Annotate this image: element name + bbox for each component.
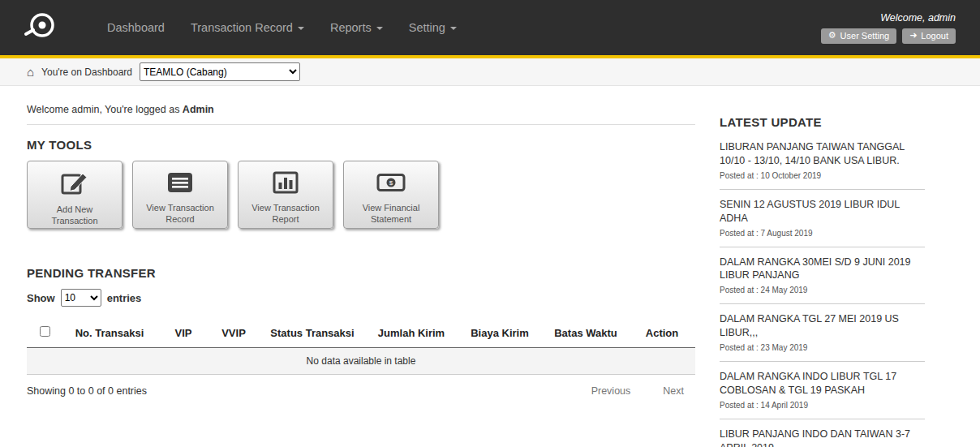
col-vvip: VVIP [208, 320, 259, 348]
user-setting-button[interactable]: ⚙ User Setting [821, 28, 896, 44]
svg-text:$: $ [389, 179, 393, 187]
user-setting-label: User Setting [840, 31, 890, 41]
news-item: LIBUR PANJANG INDO DAN TAIWAN 3-7 APRIL … [720, 419, 925, 447]
nav-dashboard[interactable]: Dashboard [94, 13, 178, 42]
view-transaction-record-button[interactable]: View Transaction Record [132, 161, 228, 229]
col-jumlah-kirim: Jumlah Kirim [366, 320, 457, 348]
logout-button[interactable]: ➜ Logout [902, 28, 956, 44]
pending-transfer-title: PENDING TRANSFER [27, 266, 695, 280]
table-footer: Showing 0 to 0 of 0 entries Previous Nex… [27, 385, 695, 397]
home-icon[interactable]: ⌂ [27, 66, 34, 78]
news-posted: Posted at : 24 May 2019 [720, 286, 925, 294]
nav-dashboard-label: Dashboard [107, 21, 165, 34]
gear-icon: ⚙ [828, 31, 836, 40]
nav-setting[interactable]: Setting [396, 13, 470, 42]
nav-setting-label: Setting [409, 21, 445, 34]
chevron-down-icon [450, 27, 457, 30]
nav-reports[interactable]: Reports [317, 13, 396, 42]
banknote-icon: $ [376, 171, 406, 197]
chevron-down-icon [376, 27, 383, 30]
bar-chart-icon [273, 171, 299, 197]
brand-logo[interactable] [23, 10, 62, 45]
welcome-admin-text: Welcome, admin [880, 12, 956, 24]
news-posted: Posted at : 10 October 2019 [720, 171, 925, 180]
tool-label: View Transaction Report [239, 203, 333, 226]
news-title: DALAM RANGKA TGL 27 MEI 2019 US LIBUR,,, [720, 312, 925, 340]
news-title: DALAM RANGKA 30MEI S/D 9 JUNI 2019 LIBUR… [720, 256, 925, 283]
table-body: No data available in table [27, 348, 695, 375]
news-title: LIBURAN PANJANG TAIWAN TANGGAL 10/10 - 1… [720, 140, 925, 168]
latest-update-title: LATEST UPDATE [720, 115, 925, 129]
list-icon [167, 171, 193, 197]
tool-label: View Transaction Record [133, 203, 227, 226]
my-tools: Add New Transaction View Transaction Rec… [27, 161, 695, 229]
logout-icon: ➜ [909, 31, 917, 40]
my-tools-title: MY TOOLS [27, 138, 695, 152]
nav-transaction-record[interactable]: Transaction Record [178, 13, 317, 42]
th-checkbox [27, 320, 61, 348]
news-item: LIBURAN PANJANG TAIWAN TANGGAL 10/10 - 1… [720, 132, 925, 190]
navbar-right: Welcome, admin ⚙ User Setting ➜ Logout [821, 12, 956, 44]
nav-transaction-record-label: Transaction Record [191, 21, 293, 34]
select-all-checkbox[interactable] [40, 326, 50, 337]
col-status-transaksi: Status Transaksi [259, 320, 366, 348]
news-posted: Posted at : 7 August 2019 [720, 229, 925, 238]
news-item: DALAM RANGKA 30MEI S/D 9 JUNI 2019 LIBUR… [720, 247, 925, 305]
table-header-row: No. Transaksi VIP VVIP Status Transaksi … [27, 320, 695, 348]
view-financial-statement-button[interactable]: $ View Financial Statement [343, 161, 439, 229]
add-new-transaction-button[interactable]: Add New Transaction [27, 161, 122, 229]
news-posted: Posted at : 23 May 2019 [720, 343, 925, 352]
divider [27, 124, 695, 125]
nav-reports-label: Reports [330, 21, 372, 34]
table-length-control: Show 10 entries [27, 289, 695, 307]
table-head: No. Transaksi VIP VVIP Status Transaksi … [27, 320, 695, 348]
news-posted: Posted at : 14 April 2019 [720, 401, 925, 410]
previous-page-button[interactable]: Previous [591, 385, 631, 397]
navbar-left: Dashboard Transaction Record Reports Set… [23, 10, 470, 45]
news-title: LIBUR PANJANG INDO DAN TAIWAN 3-7 APRIL … [720, 428, 925, 447]
pagination: Previous Next [591, 385, 695, 397]
col-action: Action [629, 320, 695, 348]
entries-label: entries [107, 292, 142, 304]
col-no-transaksi: No. Transaksi [61, 320, 158, 348]
branch-select[interactable]: TEAMLO (Cabang) [140, 62, 300, 81]
main-panel: Welcome admin, You're logged as Admin MY… [27, 97, 695, 447]
news-title: SENIN 12 AGUSTUS 2019 LIBUR IDUL ADHA [720, 198, 925, 226]
news-title: DALAM RANGKA INDO LIBUR TGL 17 COBLOSAN … [720, 370, 925, 398]
pending-transfer-table: No. Transaksi VIP VVIP Status Transaksi … [27, 320, 695, 375]
main-nav: Dashboard Transaction Record Reports Set… [94, 13, 470, 42]
col-biaya-kirim: Biaya Kirim [457, 320, 543, 348]
showing-entries-text: Showing 0 to 0 of 0 entries [27, 385, 147, 397]
empty-row: No data available in table [27, 348, 695, 375]
welcome-line: Welcome admin, You're logged as Admin [27, 104, 695, 115]
top-navbar: Dashboard Transaction Record Reports Set… [0, 0, 980, 55]
tool-label: View Financial Statement [344, 203, 438, 226]
news-item: DALAM RANGKA TGL 27 MEI 2019 US LIBUR,,,… [720, 304, 925, 362]
edit-icon [61, 171, 88, 199]
navbar-buttons: ⚙ User Setting ➜ Logout [821, 28, 956, 44]
welcome-prefix: Welcome admin, You're logged as [27, 104, 183, 115]
page-size-select[interactable]: 10 [61, 289, 101, 307]
news-item: DALAM RANGKA INDO LIBUR TGL 17 COBLOSAN … [720, 362, 925, 419]
spiral-logo-icon [24, 9, 61, 46]
show-label: Show [27, 292, 55, 304]
welcome-role: Admin [183, 104, 214, 115]
latest-update-sidebar: LATEST UPDATE LIBURAN PANJANG TAIWAN TAN… [720, 97, 925, 447]
logout-label: Logout [921, 31, 948, 41]
tool-label: Add New Transaction [28, 204, 122, 227]
col-batas-waktu: Batas Waktu [543, 320, 629, 348]
view-transaction-report-button[interactable]: View Transaction Report [238, 161, 333, 229]
empty-message: No data available in table [27, 348, 695, 375]
chevron-down-icon [298, 27, 304, 30]
news-item: SENIN 12 AGUSTUS 2019 LIBUR IDUL ADHA Po… [720, 190, 925, 247]
breadcrumb-label: You're on Dashboard [41, 67, 132, 78]
breadcrumb: ⌂ You're on Dashboard TEAMLO (Cabang) [0, 58, 980, 86]
col-vip: VIP [158, 320, 208, 348]
page-content: Welcome admin, You're logged as Admin MY… [0, 86, 980, 447]
next-page-button[interactable]: Next [663, 385, 684, 397]
